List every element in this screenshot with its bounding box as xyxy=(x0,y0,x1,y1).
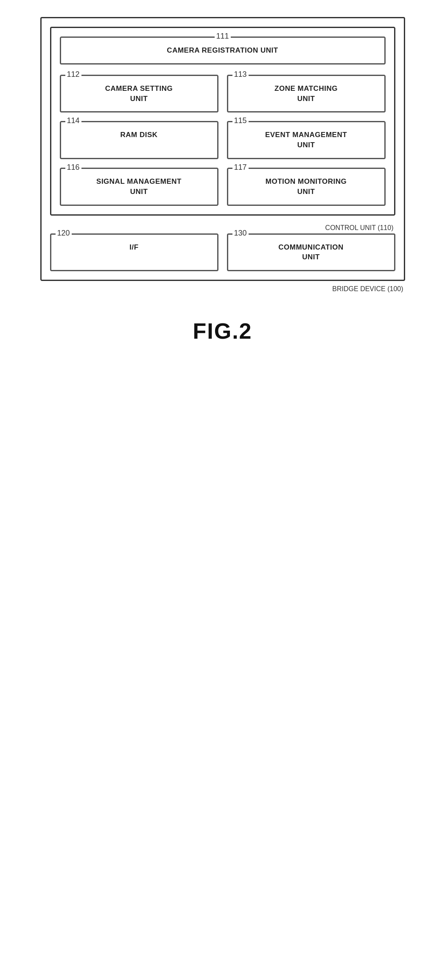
motion-monitoring-unit-box: 117 MOTION MONITORINGUNIT xyxy=(227,168,386,206)
unit-116-ref: 116 xyxy=(65,163,81,172)
event-management-unit-box: 115 EVENT MANAGEMENTUNIT xyxy=(227,121,386,159)
signal-management-unit-label: SIGNAL MANAGEMENTUNIT xyxy=(96,177,182,196)
control-unit-label: CONTROL UNIT (110) xyxy=(50,224,395,232)
if-unit-label: I/F xyxy=(129,243,138,251)
camera-reg-ref: 111 xyxy=(214,32,230,41)
ram-disk-label: RAM DISK xyxy=(120,131,157,139)
event-management-unit-label: EVENT MANAGEMENTUNIT xyxy=(265,131,347,149)
signal-management-unit-box: 116 SIGNAL MANAGEMENTUNIT xyxy=(60,168,218,206)
motion-monitoring-unit-label: MOTION MONITORINGUNIT xyxy=(266,177,347,196)
communication-unit-label: COMMUNICATIONUNIT xyxy=(278,243,344,261)
unit-114-ref: 114 xyxy=(65,116,81,125)
unit-130-ref: 130 xyxy=(232,229,249,238)
units-grid: 112 CAMERA SETTINGUNIT 113 ZONE MATCHING… xyxy=(60,75,386,206)
camera-setting-unit-box: 112 CAMERA SETTINGUNIT xyxy=(60,75,218,113)
communication-unit-box: 130 COMMUNICATIONUNIT xyxy=(227,233,395,272)
unit-112-ref: 112 xyxy=(65,70,81,79)
bridge-device-outer: 111 CAMERA REGISTRATION UNIT 112 CAMERA … xyxy=(40,17,405,281)
unit-117-ref: 117 xyxy=(232,163,249,172)
bridge-device-label: BRIDGE DEVICE (100) xyxy=(40,285,405,293)
diagram-container: 111 CAMERA REGISTRATION UNIT 112 CAMERA … xyxy=(40,17,405,344)
unit-115-ref: 115 xyxy=(232,116,249,125)
camera-setting-unit-label: CAMERA SETTINGUNIT xyxy=(105,84,173,103)
zone-matching-unit-label: ZONE MATCHINGUNIT xyxy=(274,84,338,103)
if-unit-box: 120 I/F xyxy=(50,233,218,272)
camera-registration-box: 111 CAMERA REGISTRATION UNIT xyxy=(60,37,386,65)
camera-registration-label: CAMERA REGISTRATION UNIT xyxy=(167,46,278,54)
zone-matching-unit-box: 113 ZONE MATCHINGUNIT xyxy=(227,75,386,113)
control-unit-box: 111 CAMERA REGISTRATION UNIT 112 CAMERA … xyxy=(50,27,395,216)
ram-disk-box: 114 RAM DISK xyxy=(60,121,218,159)
figure-label: FIG.2 xyxy=(193,318,252,344)
unit-120-ref: 120 xyxy=(56,229,72,238)
unit-113-ref: 113 xyxy=(232,70,249,79)
bottom-units-grid: 120 I/F 130 COMMUNICATIONUNIT xyxy=(50,233,395,272)
